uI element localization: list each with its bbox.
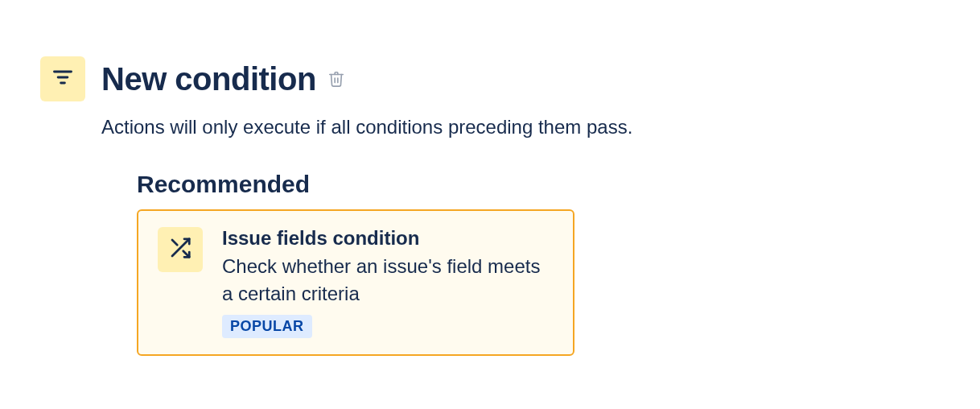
card-description: Check whether an issue's field meets a c… (222, 253, 554, 307)
title-row: New condition (101, 61, 345, 97)
card-icon-box (158, 227, 203, 272)
condition-icon-box (40, 56, 85, 101)
svg-line-7 (172, 240, 177, 245)
filter-icon (51, 66, 74, 92)
card-content: Issue fields condition Check whether an … (222, 227, 554, 338)
header-subtitle: Actions will only execute if all conditi… (101, 116, 940, 138)
popular-badge: POPULAR (222, 315, 312, 338)
recommended-section: Recommended Issue fields condition Check… (137, 171, 940, 356)
card-title: Issue fields condition (222, 227, 554, 250)
trash-icon[interactable] (327, 70, 345, 88)
shuffle-icon (168, 236, 192, 263)
section-title: Recommended (137, 171, 940, 198)
page-title: New condition (101, 61, 316, 97)
issue-fields-condition-card[interactable]: Issue fields condition Check whether an … (137, 209, 574, 356)
header-row: New condition (40, 56, 940, 101)
